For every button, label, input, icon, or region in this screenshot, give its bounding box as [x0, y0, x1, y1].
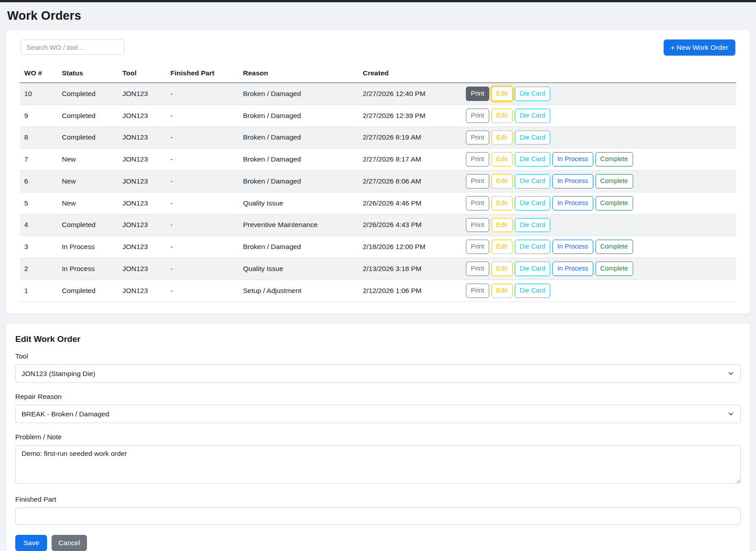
new-work-order-button[interactable]: + New Work Order	[664, 39, 735, 56]
problem-note-textarea[interactable]: Demo: first-run seeded work order	[15, 445, 741, 484]
finished-part-cell: -	[166, 280, 239, 302]
tool-cell: JON123	[118, 192, 166, 214]
in-process-button[interactable]: In Process	[552, 240, 593, 254]
print-button[interactable]: Print	[466, 109, 489, 123]
die-card-button[interactable]: Die Card	[515, 152, 550, 166]
column-header-tool: Tool	[118, 65, 166, 83]
wo-cell: 3	[20, 236, 57, 258]
print-button[interactable]: Print	[466, 262, 489, 276]
repair-reason-select[interactable]: BREAK - Broken / Damaged	[15, 405, 741, 423]
die-card-button[interactable]: Die Card	[515, 196, 550, 210]
page-title: Work Orders	[7, 9, 749, 23]
reason-cell: Quality Issue	[239, 192, 358, 214]
edit-button[interactable]: Edit	[491, 109, 513, 123]
print-button[interactable]: Print	[466, 87, 489, 101]
tool-cell: JON123	[118, 258, 166, 280]
complete-button[interactable]: Complete	[595, 262, 633, 276]
row-actions: PrintEditDie CardIn ProcessComplete	[461, 149, 736, 170]
row-actions: PrintEditDie CardIn ProcessComplete	[461, 236, 736, 258]
print-button[interactable]: Print	[466, 218, 489, 232]
reason-cell: Broken / Damaged	[239, 105, 358, 127]
actions-column-header	[461, 65, 736, 83]
row-actions: PrintEditDie Card	[461, 127, 736, 149]
print-button[interactable]: Print	[466, 131, 489, 145]
edit-button[interactable]: Edit	[491, 152, 513, 166]
wo-cell: 6	[20, 171, 57, 192]
work-orders-page: Work Orders + New Work Order WO #StatusT…	[0, 9, 756, 551]
die-card-button[interactable]: Die Card	[515, 87, 550, 101]
search-input[interactable]	[21, 39, 125, 55]
die-card-button[interactable]: Die Card	[515, 262, 550, 276]
table-toolbar: + New Work Order	[21, 39, 735, 56]
edit-button[interactable]: Edit	[491, 87, 513, 101]
work-orders-table: WO #StatusToolFinished PartReasonCreated…	[20, 65, 736, 302]
edit-button[interactable]: Edit	[491, 196, 513, 210]
tool-cell: JON123	[118, 83, 166, 105]
status-cell: In Process	[57, 258, 118, 280]
edit-button[interactable]: Edit	[491, 284, 513, 298]
wo-cell: 7	[20, 149, 57, 171]
in-process-button[interactable]: In Process	[552, 152, 593, 166]
finished-part-label: Finished Part	[15, 495, 741, 503]
row-actions: PrintEditDie CardIn ProcessComplete	[461, 258, 736, 280]
complete-button[interactable]: Complete	[595, 196, 633, 210]
complete-button[interactable]: Complete	[595, 152, 633, 166]
print-button[interactable]: Print	[466, 174, 489, 188]
edit-button[interactable]: Edit	[491, 131, 513, 145]
print-button[interactable]: Print	[466, 196, 489, 210]
row-actions: PrintEditDie Card	[461, 280, 736, 302]
status-cell: In Process	[57, 236, 118, 258]
wo-cell: 4	[20, 214, 57, 236]
die-card-button[interactable]: Die Card	[515, 284, 550, 298]
reason-cell: Broken / Damaged	[239, 127, 358, 149]
tool-cell: JON123	[118, 105, 166, 127]
in-process-button[interactable]: In Process	[552, 262, 593, 276]
finished-part-cell: -	[166, 192, 239, 214]
die-card-button[interactable]: Die Card	[515, 218, 550, 232]
finished-part-input[interactable]	[15, 507, 741, 525]
print-button[interactable]: Print	[466, 284, 489, 298]
edit-button[interactable]: Edit	[491, 240, 513, 254]
created-cell: 2/26/2026 4:46 PM	[358, 192, 461, 214]
edit-button[interactable]: Edit	[491, 262, 513, 276]
wo-cell: 5	[20, 192, 57, 214]
repair-reason-label: Repair Reason	[15, 393, 741, 401]
reason-cell: Quality Issue	[239, 258, 358, 280]
status-cell: Completed	[57, 280, 118, 302]
in-process-button[interactable]: In Process	[552, 196, 593, 210]
complete-button[interactable]: Complete	[595, 174, 633, 188]
wo-cell: 8	[20, 127, 57, 149]
reason-cell: Preventive Maintenance	[239, 214, 358, 236]
tool-label: Tool	[15, 352, 741, 360]
column-header-finished-part: Finished Part	[166, 65, 239, 83]
save-button[interactable]: Save	[15, 535, 47, 551]
form-title: Edit Work Order	[15, 334, 741, 344]
complete-button[interactable]: Complete	[595, 240, 633, 254]
row-actions: PrintEditDie Card	[461, 105, 736, 127]
work-orders-tbody: 10CompletedJON123-Broken / Damaged2/27/2…	[20, 83, 736, 302]
print-button[interactable]: Print	[466, 152, 489, 166]
tool-cell: JON123	[118, 171, 166, 192]
status-cell: New	[57, 171, 118, 192]
reason-cell: Setup / Adjustment	[239, 280, 358, 302]
in-process-button[interactable]: In Process	[552, 174, 593, 188]
finished-part-cell: -	[166, 214, 239, 236]
edit-button[interactable]: Edit	[491, 174, 513, 188]
status-cell: Completed	[57, 127, 118, 149]
edit-button[interactable]: Edit	[491, 218, 513, 232]
wo-cell: 9	[20, 105, 57, 127]
finished-part-cell: -	[166, 83, 239, 105]
created-cell: 2/27/2026 8:19 AM	[358, 127, 461, 149]
die-card-button[interactable]: Die Card	[515, 174, 550, 188]
table-row: 4CompletedJON123-Preventive Maintenance2…	[20, 214, 736, 236]
die-card-button[interactable]: Die Card	[515, 109, 550, 123]
reason-cell: Broken / Damaged	[239, 171, 358, 192]
table-row: 3In ProcessJON123-Broken / Damaged2/18/2…	[20, 236, 736, 258]
cancel-button[interactable]: Cancel	[52, 535, 87, 551]
die-card-button[interactable]: Die Card	[515, 240, 550, 254]
print-button[interactable]: Print	[466, 240, 489, 254]
table-row: 8CompletedJON123-Broken / Damaged2/27/20…	[20, 127, 736, 149]
tool-select[interactable]: JON123 (Stamping Die)	[15, 364, 741, 383]
die-card-button[interactable]: Die Card	[515, 131, 550, 145]
wo-cell: 1	[20, 280, 57, 302]
